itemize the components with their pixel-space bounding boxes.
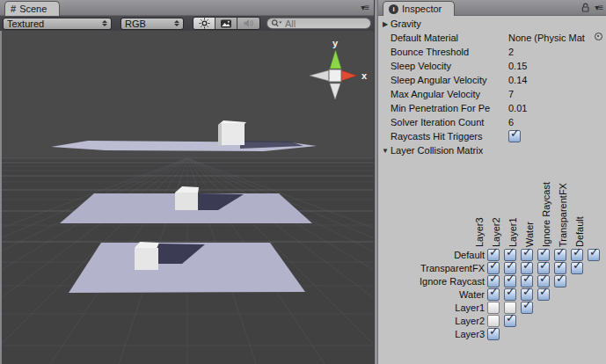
cube[interactable] <box>135 248 158 270</box>
field-label: Layer Collision Matrix <box>391 145 483 156</box>
inspector-field-row: Sleep Velocity0.15 <box>378 59 606 73</box>
image-icon <box>220 18 232 29</box>
field-value[interactable]: 0.15 <box>508 61 527 71</box>
foldout-arrow-icon[interactable]: ▶ <box>380 20 391 28</box>
check-icon: ✓ <box>573 245 582 258</box>
matrix-checkbox[interactable] <box>487 302 500 314</box>
matrix-column-header: Layer1 <box>506 168 520 247</box>
lock-icon[interactable] <box>580 2 591 13</box>
inspector-fields: ▶GravityDefault MaterialNone (Physic Mat… <box>378 17 606 157</box>
matrix-checkbox[interactable]: ✓ <box>588 249 600 261</box>
inspector-panel-menu-icon[interactable]: ▾≡ <box>595 3 602 12</box>
search-filter-label: All <box>285 18 296 29</box>
check-icon: ✓ <box>556 245 566 258</box>
matrix-checkbox[interactable]: ✓ <box>521 302 533 314</box>
field-label: Solver Iteration Count <box>391 117 508 127</box>
check-icon: ✓ <box>522 298 532 311</box>
matrix-checkbox[interactable]: ✓ <box>537 288 550 301</box>
cube-side-face <box>218 123 222 146</box>
check-icon: ✓ <box>539 272 549 285</box>
check-icon: ✓ <box>556 272 566 285</box>
speaker-icon <box>243 18 254 29</box>
inspector-field-row: ▶Gravity <box>378 17 606 31</box>
inspector-field-row: ▼Layer Collision Matrix <box>378 143 606 157</box>
matrix-column-header: Default <box>573 168 587 247</box>
matrix-checkbox[interactable]: ✓ <box>571 262 583 274</box>
matrix-checkbox[interactable]: ✓ <box>504 315 516 327</box>
foldout-arrow-icon[interactable]: ▼ <box>380 147 391 155</box>
check-icon: ✓ <box>589 245 599 258</box>
field-label: Default Material <box>391 33 508 43</box>
lighting-toggle-button[interactable] <box>193 18 215 29</box>
color-mode-value: RGB <box>125 18 146 29</box>
field-label: Sleep Angular Velocity <box>391 75 508 85</box>
search-icon <box>271 18 282 28</box>
audio-toggle-button[interactable] <box>237 18 259 29</box>
skybox-toggle-button[interactable] <box>215 18 237 29</box>
check-icon: ✓ <box>522 258 532 272</box>
inspector-field-row: Raycasts Hit Triggers✓ <box>378 129 606 143</box>
matrix-row-label: Water <box>378 288 485 301</box>
matrix-checkbox[interactable]: ✓ <box>554 275 566 288</box>
field-label: Min Penetration For Pe <box>391 103 508 113</box>
gizmo-center-cube[interactable] <box>329 69 341 82</box>
check-icon: ✓ <box>556 258 566 272</box>
field-label: Max Angular Velocity <box>391 89 508 99</box>
scene-toolbar: Textured RGB <box>0 16 374 31</box>
field-value[interactable]: 0.14 <box>508 75 527 85</box>
field-label: Raycasts Hit Triggers <box>391 131 508 142</box>
object-picker-icon[interactable] <box>595 33 602 40</box>
inspector-field-row: Max Angular Velocity7 <box>378 87 606 101</box>
check-icon: ✓ <box>522 285 532 298</box>
scene-3d-view[interactable]: y x <box>2 31 374 364</box>
matrix-checkbox[interactable]: ✓ <box>487 288 500 301</box>
field-label: Sleep Velocity <box>391 61 508 71</box>
check-icon: ✓ <box>506 245 515 258</box>
field-label: Gravity <box>391 18 421 29</box>
inspector-panel: i Inspector ▾≡ ▶GravityDefault MaterialN… <box>378 0 606 364</box>
field-checkbox[interactable]: ✓ <box>508 130 521 142</box>
check-icon: ✓ <box>489 258 499 272</box>
inspector-tabbar: i Inspector ▾≡ <box>378 0 606 16</box>
field-value[interactable]: 2 <box>508 47 514 57</box>
cube[interactable] <box>222 123 245 145</box>
draw-mode-dropdown[interactable]: Textured <box>3 18 112 30</box>
matrix-column-header: Layer3 <box>472 168 486 247</box>
check-icon: ✓ <box>573 258 582 272</box>
sun-icon <box>199 18 210 29</box>
check-icon: ✓ <box>489 245 499 258</box>
check-icon: ✓ <box>506 285 515 298</box>
check-icon: ✓ <box>506 311 515 324</box>
check-icon: ✓ <box>489 324 499 338</box>
matrix-row: Water✓✓✓✓ <box>378 288 606 302</box>
matrix-checkbox[interactable]: ✓ <box>504 288 516 301</box>
matrix-column-header: Water <box>522 168 537 247</box>
scene-search-input[interactable]: All <box>266 18 371 29</box>
matrix-checkbox[interactable]: ✓ <box>487 328 500 340</box>
sky <box>2 31 374 158</box>
field-value[interactable]: 0.01 <box>508 103 527 113</box>
inspector-field-row: Bounce Threshold2 <box>378 45 606 59</box>
scene-toggle-button-group <box>193 17 260 30</box>
matrix-row-label: TransparentFX <box>378 262 485 274</box>
tab-scene-label: Scene <box>19 4 47 14</box>
cube[interactable] <box>175 193 198 210</box>
scene-panel-menu-icon[interactable]: ▾≡ <box>361 3 369 12</box>
check-icon: ✓ <box>539 245 549 258</box>
matrix-row-label: Layer3 <box>378 328 485 340</box>
scene-viewport[interactable]: y x <box>0 31 374 364</box>
check-icon: ✓ <box>522 245 532 258</box>
matrix-column-header: Layer2 <box>489 168 503 247</box>
check-icon: ✓ <box>506 258 515 272</box>
tab-inspector[interactable]: i Inspector <box>383 1 455 16</box>
check-icon: ✓ <box>506 272 515 285</box>
check-icon: ✓ <box>522 272 532 285</box>
object-field[interactable]: None (Physic Mat <box>508 32 602 44</box>
matrix-row-label: Default <box>378 249 485 261</box>
tab-scene[interactable]: # Scene <box>4 1 60 16</box>
color-mode-dropdown[interactable]: RGB <box>120 18 184 30</box>
inspector-field-row: Default MaterialNone (Physic Mat <box>378 31 606 45</box>
matrix-row-label: Layer1 <box>378 302 485 314</box>
field-value[interactable]: 7 <box>508 89 514 99</box>
check-icon: ✓ <box>510 127 520 140</box>
